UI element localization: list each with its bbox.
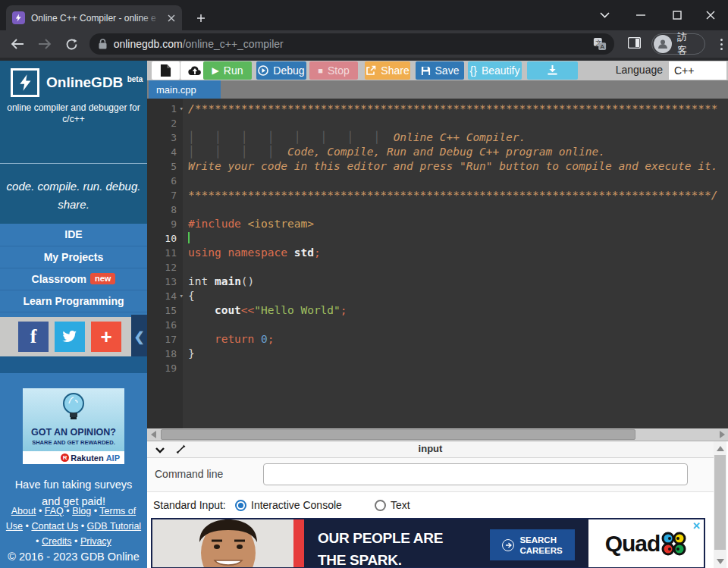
fold-marker-icon[interactable]: ▾ (180, 289, 184, 303)
line-number: 6 (147, 174, 183, 188)
translate-icon[interactable]: 文A (593, 37, 607, 53)
code-line: 12 (147, 260, 728, 275)
expand-panel-icon[interactable] (176, 444, 186, 457)
code-text (183, 318, 188, 332)
line-number-text: 9 (171, 218, 177, 230)
code-text: /***************************************… (183, 102, 717, 116)
code-line: 9#include <iostream> (147, 217, 728, 231)
token-pl (208, 275, 215, 287)
side-panel-icon[interactable] (628, 37, 641, 52)
scroll-right-icon[interactable] (716, 428, 728, 441)
line-number-text: 13 (165, 276, 177, 287)
url-bar[interactable]: onlinegdb.com/online_c++_compiler 文A (89, 33, 615, 55)
code-text: using namespace std; (183, 246, 321, 260)
save-button[interactable]: Save (416, 61, 464, 80)
token-num: 0 (261, 333, 268, 345)
debug-button[interactable]: Debug (256, 61, 306, 80)
token-com: Online C++ Compiler. (394, 131, 526, 143)
sidebar-item-learn-programming[interactable]: Learn Programming (0, 290, 147, 312)
code-editor[interactable]: 1▾/*************************************… (147, 99, 728, 428)
sidebar-item-classroom[interactable]: Classroomnew (0, 268, 147, 290)
hscroll-thumb[interactable] (161, 429, 635, 440)
line-number: 5 (147, 159, 183, 174)
sidebar-item-ide[interactable]: IDE (0, 224, 147, 246)
footer-separator: • (36, 506, 44, 516)
code-text (183, 202, 188, 217)
editor-hscrollbar[interactable] (147, 428, 728, 441)
ad-close-icon[interactable]: ✕ (692, 520, 701, 532)
collapse-panel-icon[interactable] (155, 444, 165, 457)
panel-vscrollbar[interactable] (714, 441, 726, 568)
svg-text:A: A (601, 43, 605, 50)
banner-ad[interactable]: OUR PEOPLE ARE THE SPARK. SEARCHCAREERS … (151, 518, 705, 568)
code-line: 11using namespace std; (147, 246, 728, 260)
footer-link-gdb-tutorial[interactable]: GDB Tutorial (87, 521, 142, 532)
token-pl (241, 218, 248, 230)
new-file-button[interactable] (152, 61, 180, 80)
twitter-icon[interactable] (55, 322, 85, 352)
line-number-text: 6 (171, 175, 177, 187)
forward-icon[interactable] (35, 34, 55, 54)
fold-marker-icon[interactable]: ▾ (180, 102, 184, 116)
language-select[interactable]: C++ (669, 61, 726, 80)
search-careers-button[interactable]: SEARCHCAREERS (490, 529, 575, 560)
browser-menu-icon[interactable] (714, 39, 728, 50)
footer-link-credits[interactable]: Credits (42, 536, 72, 547)
lock-icon[interactable] (99, 39, 107, 49)
scroll-down-icon[interactable] (714, 556, 726, 567)
logo-row[interactable]: OnlineGDB beta (0, 61, 147, 97)
line-number: 13 (147, 275, 183, 289)
browser-tab[interactable]: Online C++ Compiler - online e (6, 5, 182, 30)
line-number: 17 (147, 332, 183, 347)
footer-separator: • (78, 521, 86, 532)
token-str: "Hello World" (254, 304, 340, 316)
back-icon[interactable] (8, 34, 27, 54)
command-line-row: Command line (147, 458, 714, 491)
footer-link-contact-us[interactable]: Contact Us (31, 521, 78, 532)
tab-title-fade (140, 5, 161, 30)
new-tab-button[interactable] (191, 8, 211, 28)
footer-link-privacy[interactable]: Privacy (80, 536, 111, 547)
download-button[interactable] (527, 61, 578, 80)
code-text (183, 361, 188, 375)
browser-titlebar: Online C++ Compiler - online e (0, 0, 728, 30)
profile-button[interactable]: 訪客 (651, 33, 705, 55)
minimize-button[interactable] (623, 0, 658, 30)
brand-name: OnlineGDB beta (46, 74, 143, 91)
code-line: 19 (147, 361, 728, 375)
stop-button[interactable]: ■Stop (309, 61, 358, 80)
command-line-input[interactable] (263, 463, 688, 485)
file-tab-main-cpp[interactable]: main.cpp (149, 80, 221, 99)
footer-link-about[interactable]: About (11, 506, 36, 516)
footer-link-blog[interactable]: Blog (72, 506, 91, 516)
radio-text[interactable] (375, 500, 386, 511)
token-id: cout (215, 304, 241, 316)
sidebar-collapse-button[interactable]: ❮ (131, 315, 147, 359)
footer-link-faq[interactable]: FAQ (45, 506, 64, 516)
reload-icon[interactable] (62, 34, 82, 54)
google-plus-icon[interactable]: + (91, 322, 121, 352)
token-com: Code, Compile, Run and Debug C++ program… (287, 146, 605, 158)
token-kw: ; (268, 333, 275, 345)
footer-separator: • (91, 506, 99, 516)
arrow-circle-icon (502, 539, 514, 551)
footer-links: About • FAQ • Blog • Terms of Use • Cont… (5, 504, 142, 549)
token-pl (287, 246, 294, 259)
radio-interactive-console[interactable] (235, 500, 246, 511)
line-number-text: 16 (165, 319, 177, 331)
scroll-up-icon[interactable] (714, 443, 726, 454)
beautify-button[interactable]: {}Beautify (468, 61, 522, 80)
scroll-left-icon[interactable] (147, 428, 159, 441)
sidebar-item-my-projects[interactable]: My Projects (0, 246, 147, 268)
rakuten-ad[interactable]: GOT AN OPINION? SHARE AND GET REWARDED. … (23, 388, 124, 464)
share-button[interactable]: Share (365, 61, 410, 80)
copyright: © 2016 - 2023 GDB Online (0, 551, 147, 563)
close-window-button[interactable] (693, 0, 728, 30)
maximize-button[interactable] (660, 0, 695, 30)
vscroll-thumb[interactable] (714, 455, 726, 550)
tab-close-icon[interactable] (165, 11, 177, 24)
rakuten-logo: R Rakuten AIP (23, 451, 124, 464)
run-button[interactable]: ▶Run (203, 61, 252, 80)
facebook-icon[interactable]: f (18, 322, 49, 352)
tab-search-icon[interactable] (587, 0, 622, 30)
